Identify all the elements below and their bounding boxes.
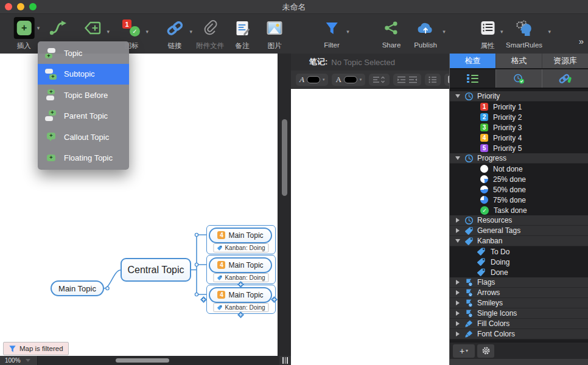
tag-icon bbox=[464, 226, 474, 235]
chevron-down-icon[interactable]: ▾ bbox=[500, 29, 503, 35]
chevron-down-icon[interactable]: ▾ bbox=[145, 29, 149, 35]
menu-item-parent-topic[interactable]: + Parent Topic bbox=[38, 106, 129, 127]
line-spacing-button[interactable] bbox=[369, 74, 390, 86]
chevron-down-icon: ▾ bbox=[466, 348, 468, 353]
tree-section-progress[interactable]: Progress bbox=[450, 153, 588, 164]
branch-topic-pill[interactable]: 4 Main Topic bbox=[209, 228, 272, 243]
attachments-button[interactable]: 附件文件 bbox=[196, 16, 224, 50]
tree-item-50-done[interactable]: 50% done bbox=[450, 184, 588, 195]
kanban-tag-label[interactable]: Kanban: Doing bbox=[213, 243, 268, 252]
chevron-down-icon: ▾ bbox=[323, 77, 325, 82]
branch-topic-group-selected[interactable]: 4 Main Topic Kanban: Doing bbox=[206, 285, 276, 314]
link-button[interactable]: 链接 ▾ bbox=[166, 16, 184, 50]
subtab-links[interactable] bbox=[542, 69, 588, 88]
list-button[interactable] bbox=[425, 74, 441, 86]
tree-item-done[interactable]: Done bbox=[450, 267, 588, 277]
disclosure-closed-icon[interactable] bbox=[456, 290, 460, 295]
tree-item-to-do[interactable]: To Do bbox=[450, 246, 588, 257]
tree-item-doing[interactable]: Doing bbox=[450, 257, 588, 267]
toolbar-overflow-chevrons[interactable]: » bbox=[579, 36, 583, 46]
disclosure-open-icon[interactable] bbox=[455, 156, 460, 160]
menu-item-topic-before[interactable]: + Topic Before bbox=[38, 85, 129, 106]
chevron-down-icon[interactable]: ▾ bbox=[107, 29, 110, 35]
tree-section-single-icons[interactable]: Single Icons bbox=[450, 308, 588, 319]
tree-item-task-done[interactable]: ✓ Task done bbox=[450, 205, 588, 215]
disclosure-closed-icon[interactable] bbox=[456, 228, 460, 233]
relationship-button[interactable] bbox=[49, 16, 69, 40]
disclosure-closed-icon[interactable] bbox=[456, 301, 460, 305]
tree-item-25-done[interactable]: 25% done bbox=[450, 174, 588, 184]
disclosure-closed-icon[interactable] bbox=[456, 332, 460, 336]
notes-button[interactable]: 备注 bbox=[236, 16, 250, 50]
tree-section-fill-colors[interactable]: Fill Colors bbox=[450, 319, 588, 329]
branch-topic-group[interactable]: 4 Main Topic Kanban: Doing bbox=[206, 225, 276, 254]
disclosure-open-icon[interactable] bbox=[455, 239, 460, 243]
inspector-sidebar: 检查 格式 资源库 bbox=[449, 54, 588, 365]
chevron-down-icon[interactable]: ▾ bbox=[37, 25, 40, 31]
brush-icon bbox=[464, 330, 474, 339]
kanban-tag-label[interactable]: Kanban: Doing bbox=[213, 303, 268, 312]
map-filtered-badge[interactable]: Map is filtered bbox=[3, 342, 69, 355]
tree-section-general-tags[interactable]: General Tags bbox=[450, 226, 588, 236]
tree-section-resources[interactable]: Resources bbox=[450, 215, 588, 226]
disclosure-closed-icon[interactable] bbox=[456, 321, 460, 326]
menu-item-topic[interactable]: + Topic bbox=[38, 43, 129, 64]
smartrules-button[interactable]: SmartRules ▾ bbox=[506, 16, 542, 49]
branch-topic-group[interactable]: 4 Main Topic Kanban: Doing bbox=[206, 255, 276, 284]
disclosure-closed-icon[interactable] bbox=[456, 311, 460, 316]
tree-item-priority-4[interactable]: 4 Priority 4 bbox=[450, 133, 588, 143]
tab-resource-library[interactable]: 资源库 bbox=[542, 54, 588, 68]
share-button[interactable]: Share bbox=[382, 16, 401, 49]
chevron-down-icon[interactable]: ▾ bbox=[548, 29, 551, 35]
tree-section-priority[interactable]: Priority bbox=[450, 91, 588, 102]
notes-editor[interactable] bbox=[291, 89, 449, 365]
subtab-task[interactable] bbox=[496, 69, 542, 88]
panel-resize-grip[interactable] bbox=[279, 356, 291, 365]
tab-format[interactable]: 格式 bbox=[496, 54, 542, 68]
central-topic-node[interactable]: Central Topic bbox=[121, 258, 191, 282]
tag-settings-button[interactable] bbox=[477, 344, 494, 358]
menu-item-subtopic[interactable]: + Subtopic bbox=[38, 64, 129, 85]
kanban-tag-label[interactable]: Kanban: Doing bbox=[213, 273, 268, 282]
chevron-down-icon[interactable]: ▾ bbox=[346, 29, 349, 35]
insert-topic-button[interactable]: + ▾ 插入 bbox=[14, 16, 40, 50]
tree-section-smileys[interactable]: Smileys bbox=[450, 298, 588, 308]
chevron-down-icon[interactable]: ▾ bbox=[189, 29, 192, 35]
tree-section-arrows[interactable]: Arrows bbox=[450, 288, 588, 298]
tree-item-not-done[interactable]: Not done bbox=[450, 164, 588, 174]
branch-topic-pill[interactable]: 4 Main Topic bbox=[209, 287, 272, 303]
zoom-level-control[interactable]: 100% bbox=[0, 356, 38, 365]
tree-item-priority-2[interactable]: 2 Priority 2 bbox=[450, 112, 588, 122]
menu-item-callout-topic[interactable]: + Callout Topic bbox=[38, 127, 129, 148]
tree-section-flags[interactable]: Flags bbox=[450, 277, 588, 288]
menu-item-floating-topic[interactable]: + Floating Topic bbox=[38, 148, 129, 169]
add-tag-button[interactable]: + ▾ bbox=[453, 344, 475, 358]
canvas-vertical-scrollbar[interactable] bbox=[278, 54, 291, 365]
tree-item-priority-1[interactable]: 1 Priority 1 bbox=[450, 102, 588, 112]
horizontal-scroll-thumb[interactable] bbox=[116, 358, 169, 363]
tree-item-priority-5[interactable]: 5 Priority 5 bbox=[450, 143, 588, 153]
tab-inspect[interactable]: 检查 bbox=[450, 54, 496, 68]
disclosure-closed-icon[interactable] bbox=[456, 218, 460, 223]
filter-button[interactable]: Filter ▾ bbox=[324, 16, 340, 49]
tree-section-font-colors[interactable]: Font Colors bbox=[450, 329, 588, 339]
branch-topic-pill[interactable]: 4 Main Topic bbox=[209, 257, 272, 273]
indent-buttons[interactable] bbox=[393, 74, 421, 86]
vertical-scroll-thumb[interactable] bbox=[282, 119, 287, 196]
topic-style-button[interactable]: ▾ bbox=[83, 16, 102, 40]
main-topic-node-left[interactable]: Main Topic bbox=[51, 280, 104, 296]
font-color-button[interactable]: A ▾ bbox=[332, 74, 365, 86]
image-button[interactable]: 图片 bbox=[267, 16, 282, 50]
chevron-down-icon[interactable]: ▾ bbox=[443, 29, 446, 35]
disclosure-open-icon[interactable] bbox=[455, 94, 460, 98]
publish-button[interactable]: Publish ▾ bbox=[414, 16, 437, 49]
disclosure-closed-icon[interactable] bbox=[456, 280, 460, 285]
font-style-button[interactable]: A ▾ bbox=[296, 74, 328, 86]
subtab-tags[interactable] bbox=[450, 69, 496, 88]
properties-button[interactable]: 属性 ▾ bbox=[481, 16, 495, 50]
filter-icon bbox=[9, 345, 16, 353]
tree-item-priority-3[interactable]: 3 Priority 3 bbox=[450, 122, 588, 133]
tree-item-75-done[interactable]: 75% done bbox=[450, 195, 588, 205]
flag-icon bbox=[464, 288, 474, 297]
tree-section-kanban[interactable]: Kanban bbox=[450, 236, 588, 246]
